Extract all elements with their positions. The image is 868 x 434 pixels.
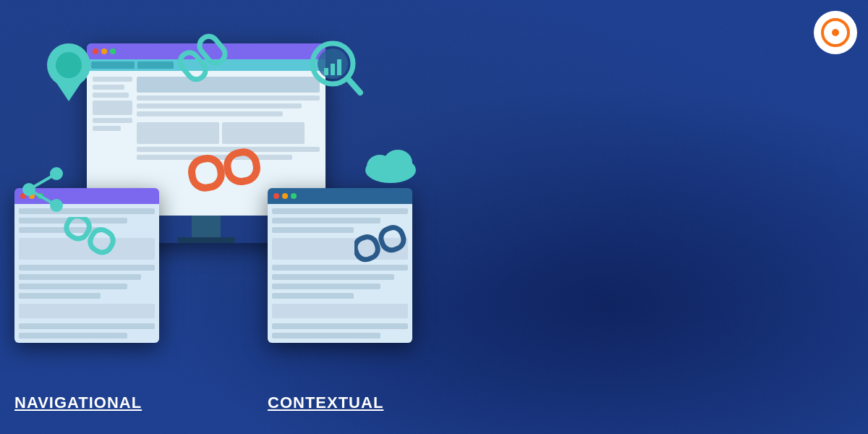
navigational-label: NAVIGATIONAL xyxy=(14,393,142,412)
magnifier-icon xyxy=(304,36,369,104)
svg-marker-2 xyxy=(54,80,83,101)
background: NAVIGATIONAL CONTEXTUAL How many types o… xyxy=(0,0,868,434)
contextual-label: CONTEXTUAL xyxy=(268,393,383,412)
chain-top-icon xyxy=(174,29,231,90)
right-browser-titlebar xyxy=(268,188,412,204)
illustration-section: NAVIGATIONAL CONTEXTUAL xyxy=(0,0,448,434)
svg-rect-20 xyxy=(225,150,258,183)
svg-rect-22 xyxy=(87,226,116,256)
svg-point-18 xyxy=(383,150,412,176)
svg-point-1 xyxy=(56,52,82,78)
logo-icon xyxy=(821,18,850,47)
chain-left-icon xyxy=(61,217,119,263)
svg-line-10 xyxy=(349,80,360,93)
svg-rect-23 xyxy=(354,234,380,262)
chain-orange-icon xyxy=(188,145,260,198)
svg-line-15 xyxy=(29,190,56,205)
monitor-base xyxy=(177,237,235,243)
svg-line-14 xyxy=(29,174,56,190)
svg-rect-7 xyxy=(324,68,328,75)
svg-rect-8 xyxy=(331,64,335,75)
brand-logo xyxy=(814,11,857,54)
chain-right-icon xyxy=(354,224,412,271)
svg-rect-9 xyxy=(337,59,341,75)
share-icon xyxy=(22,166,65,216)
svg-rect-19 xyxy=(190,156,223,190)
monitor-stand xyxy=(192,216,221,237)
svg-rect-24 xyxy=(378,225,406,252)
location-icon xyxy=(43,40,94,104)
cloud-icon xyxy=(362,145,420,187)
